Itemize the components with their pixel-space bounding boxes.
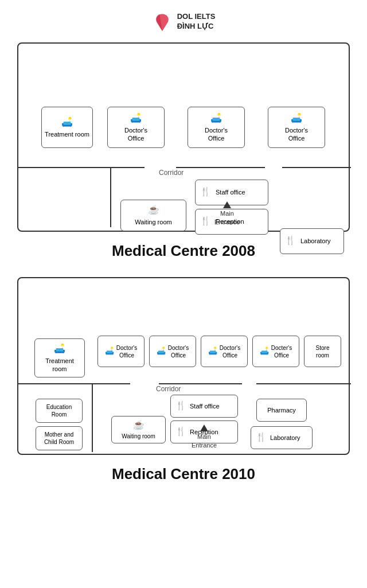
plan-title-2008: Medical Centre 2008: [112, 242, 255, 260]
logo-icon: [152, 11, 173, 32]
floor-plan-2010: Corridor 🛋️ Treatmentroom 🛋️ Doctor'sOff…: [17, 277, 350, 455]
main-entrance-2010: MainEntrance: [192, 425, 217, 449]
logo: DOL IELTS ĐÌNH LỰC: [152, 11, 216, 32]
waiting-room-2008: ☕ Waiting room: [120, 200, 186, 231]
coffee-icon: ☕: [133, 419, 145, 431]
corridor-label-2008: Corridor: [159, 169, 184, 177]
corridor-label-2010: Corridor: [156, 385, 181, 393]
mother-child-room-2010: Mother andChild Room: [36, 426, 83, 450]
coffee-icon: ☕: [148, 204, 159, 216]
staff-office-2010: 🍴 Staff office: [170, 395, 238, 418]
sofa-icon: 🛋️: [210, 112, 222, 124]
fork-icon: 🍴: [285, 235, 296, 246]
arrow-up-icon: [200, 425, 208, 431]
sofa-icon: 🛋️: [61, 116, 73, 128]
fork-icon: 🍴: [200, 186, 211, 197]
store-room-2010: Storeroom: [304, 336, 341, 367]
fork-icon: 🍴: [175, 426, 186, 437]
fork-icon: 🍴: [175, 400, 186, 411]
pharmacy-2010: Pharmacy: [256, 399, 307, 422]
doctor-office-2-2010: 🛋️ Doctor'sOffice: [149, 336, 196, 367]
floor-plan-2008: Corridor 🛋️ Treatment room 🛋️ Doctor'sOf…: [17, 42, 350, 232]
sofa-icon: 🛋️: [54, 343, 65, 355]
sofa-icon: 🛋️: [130, 112, 142, 124]
arrow-up-icon: [223, 201, 231, 208]
logo-line1: DOL IELTS: [177, 12, 216, 22]
fork-icon: 🍴: [200, 215, 211, 227]
sofa-icon: 🛋️: [291, 112, 302, 124]
waiting-room-2010: ☕ Waiting room: [111, 416, 166, 443]
logo-line2: ĐÌNH LỰC: [177, 22, 216, 32]
laboratory-2010: 🍴 Laboratory: [251, 426, 313, 449]
doctor-office-4-2010: 🛋️ Docter'sOffice: [252, 336, 299, 367]
fork-icon: 🍴: [256, 431, 267, 443]
main-entrance-2008: MainEntrance: [214, 201, 240, 226]
doctor-office-3-2010: 🛋️ Doctor'sOffice: [201, 336, 248, 367]
doctor-office-3-2008: 🛋️ Doctor'sOffice: [268, 107, 325, 148]
education-room-2010: EducationRoom: [36, 399, 83, 423]
doctor-office-1-2008: 🛋️ Doctor'sOffice: [107, 107, 165, 148]
doctor-office-2-2008: 🛋️ Doctor'sOffice: [188, 107, 245, 148]
plan-title-2010: Medical Centre 2010: [112, 465, 255, 483]
treatment-room-2008: 🛋️ Treatment room: [41, 107, 93, 148]
treatment-room-2010: 🛋️ Treatmentroom: [34, 338, 85, 377]
doctor-office-1-2010: 🛋️ Doctor'sOffice: [97, 336, 145, 367]
laboratory-2008: 🍴 Laboratory: [280, 228, 344, 254]
